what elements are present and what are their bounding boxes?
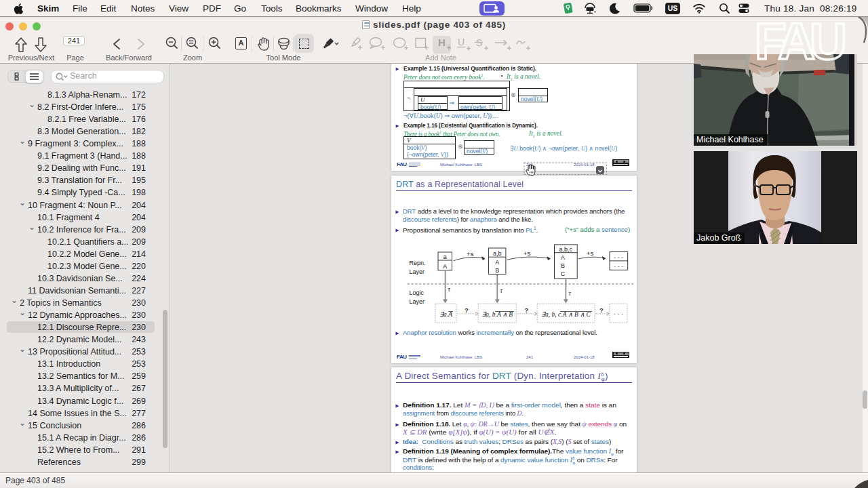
svg-text:Layer: Layer xyxy=(410,268,425,275)
svg-text:∃a.A: ∃a.A xyxy=(439,311,452,318)
svg-text:+s: +s xyxy=(524,249,531,257)
svg-text:U: U xyxy=(458,37,465,47)
svg-text:A: A xyxy=(443,262,447,269)
svg-text:· · ·: · · · xyxy=(614,310,624,317)
svg-text:· · ·: · · · xyxy=(614,262,623,269)
svg-text:· · ·: · · · xyxy=(614,253,623,260)
svg-text:Logic: Logic xyxy=(410,289,425,296)
svg-text:?: ? xyxy=(465,306,469,314)
svg-text:τ: τ xyxy=(500,287,503,294)
svg-text:FAU: FAU xyxy=(755,18,847,70)
svg-text:B: B xyxy=(495,266,499,273)
svg-text:τ: τ xyxy=(569,289,572,296)
svg-text:a,b: a,b xyxy=(493,249,502,256)
svg-text:C: C xyxy=(561,270,566,277)
svg-text:?: ? xyxy=(599,306,604,314)
svg-text:τ: τ xyxy=(448,285,451,292)
svg-text:a: a xyxy=(443,253,447,260)
svg-text:H: H xyxy=(438,37,446,48)
svg-text:?: ? xyxy=(525,306,529,314)
svg-text:a,b,c: a,b,c xyxy=(559,245,573,252)
svg-text:+s: +s xyxy=(587,249,594,257)
svg-text:A: A xyxy=(561,254,565,261)
svg-text:Repn.: Repn. xyxy=(410,260,426,266)
svg-text:B: B xyxy=(561,262,565,269)
svg-text:∃a, b.A ∧ B: ∃a, b.A ∧ B xyxy=(481,311,513,318)
svg-text:A: A xyxy=(495,259,499,266)
svg-text:∃a, b, c.A ∧ B ∧ C: ∃a, b, c.A ∧ B ∧ C xyxy=(541,311,591,318)
svg-text:Layer: Layer xyxy=(410,298,425,305)
svg-text:+s: +s xyxy=(467,250,474,258)
